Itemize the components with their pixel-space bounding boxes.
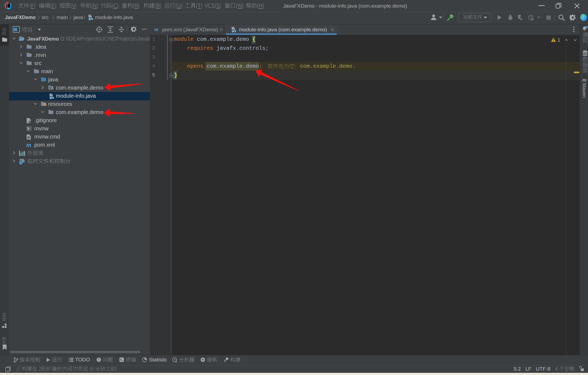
svg-text:IJ: IJ [7,4,8,6]
svg-text:m: m [582,77,587,82]
svg-text:m: m [154,27,158,32]
svg-text:J: J [89,18,90,20]
svg-text:m: m [26,142,31,148]
svg-text:J: J [50,97,51,99]
svg-text:J: J [232,30,233,33]
